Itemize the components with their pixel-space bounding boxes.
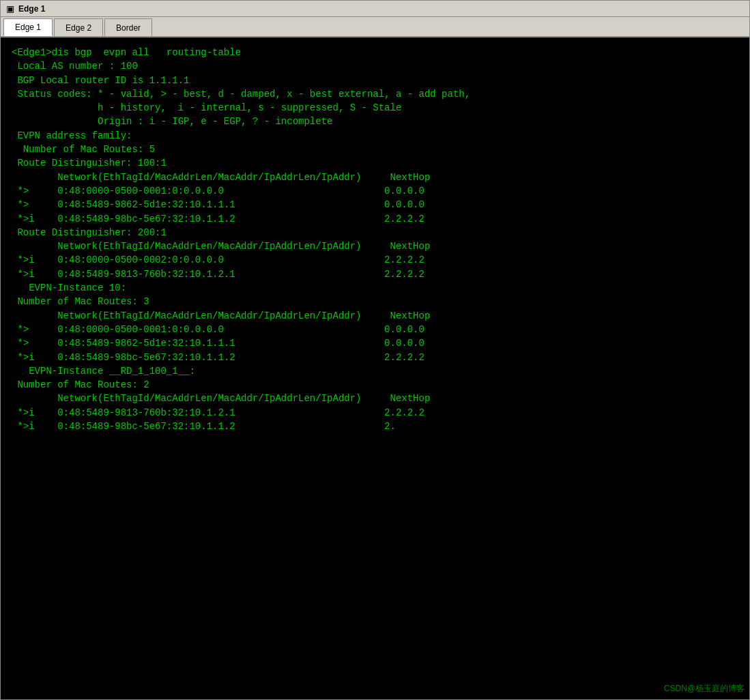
- terminal-line: Route Distinguisher: 100:1: [12, 156, 738, 170]
- terminal-line: *>i 0:48:5489-9813-760b:32:10.1.2.1 2.2.…: [12, 267, 738, 281]
- terminal-line: EVPN-Instance 10:: [12, 281, 738, 295]
- terminal-line: Local AS number : 100: [12, 59, 738, 73]
- terminal-line: Network(EthTagId/MacAddrLen/MacAddr/IpAd…: [12, 392, 738, 405]
- terminal-line: Number of Mac Routes: 5: [12, 143, 738, 156]
- terminal-line: *>i 0:48:0000-0500-0002:0:0.0.0.0 2.2.2.…: [12, 253, 738, 267]
- window-icon: ▣: [5, 3, 16, 14]
- terminal-line: *> 0:48:5489-9862-5d1e:32:10.1.1.1 0.0.0…: [12, 198, 738, 212]
- terminal-line: *> 0:48:0000-0500-0001:0:0.0.0.0 0.0.0.0: [12, 323, 738, 336]
- terminal-line: BGP Local router ID is 1.1.1.1: [12, 74, 738, 87]
- terminal-line: Network(EthTagId/MacAddrLen/MacAddr/IpAd…: [12, 171, 738, 184]
- terminal-line: *> 0:48:5489-9862-5d1e:32:10.1.1.1 0.0.0…: [12, 336, 738, 350]
- terminal-line: Network(EthTagId/MacAddrLen/MacAddr/IpAd…: [12, 309, 738, 323]
- terminal-line: *>i 0:48:5489-98bc-5e67:32:10.1.1.2 2.2.…: [12, 351, 738, 364]
- main-window: ▣ Edge 1 Edge 1 Edge 2 Border <Edge1>dis…: [0, 0, 750, 700]
- tab-edge2[interactable]: Edge 2: [54, 18, 103, 36]
- terminal-line: *> 0:48:0000-0500-0001:0:0.0.0.0 0.0.0.0: [12, 184, 738, 198]
- terminal-line: h - history, i - internal, s - suppresse…: [12, 101, 738, 115]
- tab-bar: Edge 1 Edge 2 Border: [1, 17, 749, 38]
- title-bar: ▣ Edge 1: [1, 1, 749, 17]
- terminal-line: *>i 0:48:5489-98bc-5e67:32:10.1.1.2 2.2.…: [12, 212, 738, 226]
- terminal-line: Number of Mac Routes: 2: [12, 378, 738, 392]
- terminal-line: <Edge1>dis bgp evpn all routing-table: [12, 46, 738, 59]
- terminal-line: EVPN address family:: [12, 129, 738, 143]
- window-title: Edge 1: [18, 4, 45, 14]
- terminal-line: *>i 0:48:5489-9813-760b:32:10.1.2.1 2.2.…: [12, 406, 738, 420]
- terminal-output[interactable]: <Edge1>dis bgp evpn all routing-table Lo…: [1, 38, 749, 699]
- tab-border[interactable]: Border: [104, 18, 152, 36]
- terminal-line: Origin : i - IGP, e - EGP, ? - incomplet…: [12, 115, 738, 128]
- tab-edge1[interactable]: Edge 1: [3, 18, 53, 36]
- terminal-line: Network(EthTagId/MacAddrLen/MacAddr/IpAd…: [12, 239, 738, 253]
- terminal-line: Number of Mac Routes: 3: [12, 295, 738, 308]
- terminal-line: EVPN-Instance __RD_1_100_1__:: [12, 364, 738, 378]
- terminal-line: Route Distinguisher: 200:1: [12, 226, 738, 239]
- watermark: CSDN@杨玉庭的博客: [664, 683, 745, 695]
- terminal-line: Status codes: * - valid, > - best, d - d…: [12, 87, 738, 101]
- terminal-line: *>i 0:48:5489-98bc-5e67:32:10.1.1.2 2.: [12, 420, 738, 433]
